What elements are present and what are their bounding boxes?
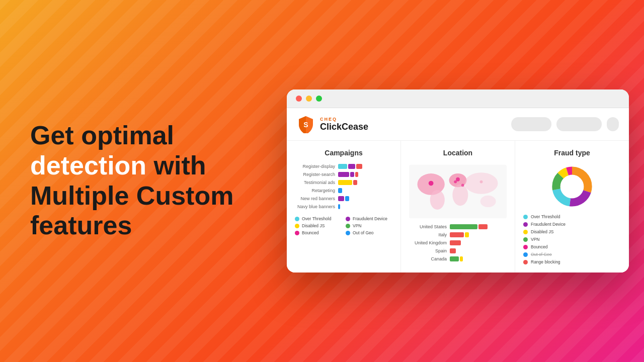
campaign-row-new-red: New red banners [295,196,392,201]
left-panel: Get optimal detection with Multiple Cust… [30,121,242,241]
fraud-dot-2 [523,222,528,227]
svg-point-20 [561,175,583,197]
legend-out-of-geo: Out of Geo [346,230,392,235]
headline: Get optimal detection with Multiple Cust… [30,121,242,241]
bar-6-1 [338,204,340,209]
campaign-row-register-search: Register-search [295,172,392,177]
location-row-italy: Italy [409,232,507,237]
svg-point-11 [461,184,464,187]
fraud-label-2: Fraudulent Device [531,222,566,227]
canada-bars [450,256,463,261]
legend-label-1: Over Threshold [302,216,331,221]
legend-vpn: VPN [346,223,392,228]
campaign-label-3: Testimonial ads [295,180,335,185]
fraud-legend-bounced: Bounced [523,244,621,249]
italy-bar-2 [465,232,469,237]
fraud-type-panel: Fraud type [515,141,629,273]
campaign-label-1: Register-display [295,164,335,169]
fraud-label-1: Over Threshold [531,214,560,219]
campaign-row-register-display: Register-display [295,164,392,169]
bar-5-1 [338,196,344,201]
browser-dot-green [316,96,322,102]
nav-pill-2[interactable] [556,117,602,131]
world-map [409,164,507,219]
bar-3-1 [338,180,352,185]
us-bar-2 [478,224,488,229]
fraud-label-3: Disabled JS [531,229,553,234]
bar-3-2 [353,180,357,185]
nav-pill-1[interactable] [511,117,551,131]
us-bar-1 [450,224,477,229]
location-bars: United States Italy [409,224,507,261]
browser-dot-red [296,96,302,102]
bar-container-2 [338,172,358,177]
fraud-label-6: Out of Geo [531,252,552,257]
legend-bounced: Bounced [295,230,342,235]
bar-1-1 [338,164,347,169]
svg-point-3 [430,190,445,210]
bar-container-3 [338,180,357,185]
italy-bar-1 [450,232,464,237]
headline-line3: Multiple Custom [30,181,233,210]
logo-text: CHEQ ClickCease [320,117,368,132]
bar-1-2 [348,164,355,169]
logo-clickcease: ClickCease [320,122,368,132]
svg-text:S: S [303,121,308,129]
browser-content: S CHEQ ClickCease Campaigns [287,108,629,273]
legend-dot-4 [346,224,350,228]
legend-over-threshold: Over Threshold [295,216,342,221]
campaign-row-navy-blue: Navy blue banners [295,204,392,209]
campaign-rows: Register-display Register-search [295,164,392,209]
svg-point-9 [456,177,460,182]
legend-disabled-js: Disabled JS [295,223,342,228]
country-canada: Canada [409,256,447,261]
headline-with: with [146,151,206,180]
donut-container [523,164,621,209]
svg-point-5 [452,184,468,206]
canada-bar-2 [460,256,463,261]
legend-dot-6 [346,231,350,235]
location-row-uk: United Kingdom [409,240,507,245]
campaign-label-4: Retargeting [295,188,335,193]
legend-label-3: Disabled JS [302,223,325,228]
header-nav [511,117,619,131]
campaign-label-6: Navy blue banners [295,204,335,209]
app-header: S CHEQ ClickCease [287,108,629,141]
country-spain: Spain [409,248,447,253]
fraud-dot-7 [523,260,528,264]
fraud-dot-5 [523,245,528,249]
world-map-svg [409,164,507,219]
browser-titlebar [287,89,629,108]
bar-container-6 [338,204,340,209]
italy-bars [450,232,469,237]
campaign-label-2: Register-search [295,172,335,177]
campaign-row-testimonial: Testimonial ads [295,180,392,185]
uk-bars [450,240,461,245]
fraud-dot-3 [523,230,528,234]
legend-fraudulent-device: Fraudulent Device [346,216,392,221]
browser-dot-yellow [306,96,312,102]
nav-pill-3[interactable] [607,117,619,131]
bar-5-2 [345,196,349,201]
legend-label-2: Fraudulent Device [353,216,387,221]
fraud-legend-vpn: VPN [523,237,621,242]
svg-point-7 [480,196,496,207]
fraud-legend-range-blocking: Range blocking [523,259,621,264]
app-logo: S CHEQ ClickCease [297,115,368,133]
svg-point-6 [465,172,498,194]
logo-cheq: CHEQ [320,117,368,122]
fraud-dot-4 [523,237,528,242]
donut-chart [549,164,595,209]
headline-detection: detection [30,151,146,180]
legend-label-6: Out of Geo [353,230,374,235]
location-row-canada: Canada [409,256,507,261]
spain-bar-1 [450,248,456,253]
canada-bar-1 [450,256,459,261]
fraud-legend-out-of-geo: Out of Geo [523,252,621,257]
fraud-legend-over-threshold: Over Threshold [523,214,621,219]
country-italy: Italy [409,232,447,237]
dashboard: Campaigns Register-display Register-sear [287,141,629,273]
legend-label-5: Bounced [302,230,319,235]
svg-point-10 [454,180,457,184]
fraud-label-4: VPN [531,237,539,242]
